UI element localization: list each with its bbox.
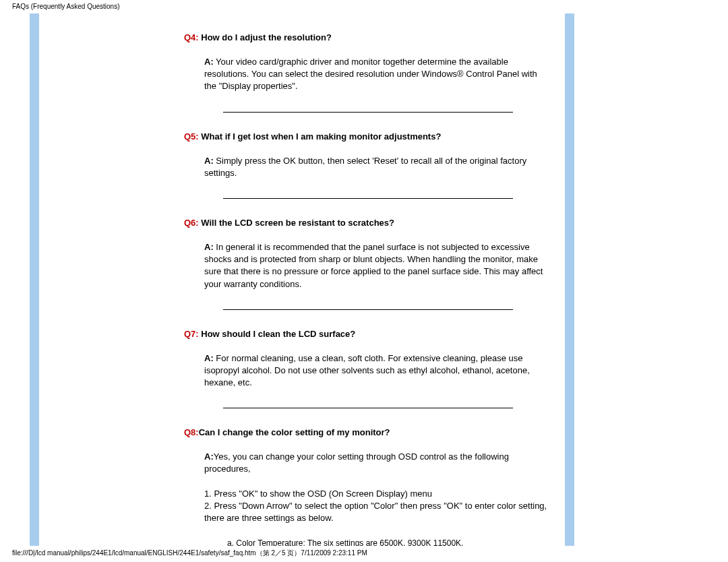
separator [223,198,513,199]
right-decorative-bar [565,13,574,546]
faq-alabel: A: [204,242,214,252]
faq-item-q6: Q6: Will the LCD screen be resistant to … [184,218,551,310]
faq-answer: A: Simply press the OK button, then sele… [184,155,551,179]
content-area: Q4: How do I adjust the resolution? A: Y… [39,13,565,546]
faq-step-1: 1. Press "OK" to show the OSD (On Screen… [204,488,551,500]
faq-atext: Yes, you can change your color setting t… [204,451,509,474]
separator [223,408,513,408]
faq-item-q8: Q8:Can I change the color setting of my … [184,427,551,546]
faq-sub-items: a. Color Temperature; The six settings a… [184,538,551,546]
faq-atext: For normal cleaning, use a clean, soft c… [204,353,530,387]
faq-steps: 1. Press "OK" to show the OSD (On Screen… [184,488,551,525]
faq-qtext: Can I change the color setting of my mon… [199,427,390,437]
faq-alabel: A: [204,353,214,363]
faq-item-q5: Q5: What if I get lost when I am making … [184,131,551,199]
faq-qnum: Q5: [184,131,199,142]
faq-question: Q5: What if I get lost when I am making … [184,131,551,142]
separator [223,112,513,113]
faq-qtext: Will the LCD screen be resistant to scra… [199,218,394,228]
faq-alabel: A: [204,451,214,462]
faq-atext: Simply press the OK button, then select … [204,156,526,178]
faq-qtext: How do I adjust the resolution? [199,32,332,42]
faq-alabel: A: [204,57,214,67]
faq-qnum: Q7: [184,329,199,339]
faq-answer: A: For normal cleaning, use a clean, sof… [184,352,551,389]
faq-qnum: Q6: [184,218,199,228]
faq-question: Q4: How do I adjust the resolution? [184,32,551,42]
left-decorative-bar [30,13,39,546]
faq-qnum: Q8: [184,427,199,437]
faq-question: Q7: How should I clean the LCD surface? [184,329,551,339]
faq-qtext: What if I get lost when I am making moni… [199,131,442,142]
faq-qtext: How should I clean the LCD surface? [199,329,356,339]
separator [223,309,513,310]
page-header-title: FAQs (Frequently Asked Questions) [12,3,120,10]
faq-alabel: A: [204,156,214,166]
faq-sub-a: a. Color Temperature; The six settings a… [227,538,551,546]
faq-step-2: 2. Press "Down Arrow" to select the opti… [204,500,551,524]
faq-answer: A: In general it is recommended that the… [184,241,551,290]
faq-question: Q6: Will the LCD screen be resistant to … [184,218,551,228]
faq-item-q7: Q7: How should I clean the LCD surface? … [184,329,551,409]
footer-filepath: file:///D|/lcd manual/philips/244E1/lcd/… [12,549,367,558]
faq-atext: Your video card/graphic driver and monit… [204,57,537,91]
faq-answer: A: Your video card/graphic driver and mo… [184,56,551,93]
faq-answer: A:Yes, you can change your color setting… [184,451,551,475]
faq-item-q4: Q4: How do I adjust the resolution? A: Y… [184,32,551,113]
faq-question: Q8:Can I change the color setting of my … [184,427,551,437]
faq-qnum: Q4: [184,32,199,42]
faq-atext: In general it is recommended that the pa… [204,242,543,289]
